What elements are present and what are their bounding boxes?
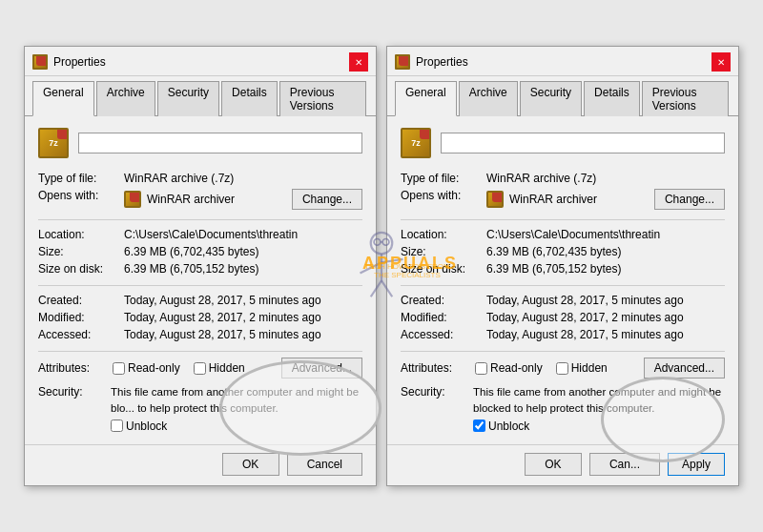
type-label: Type of file: — [401, 170, 486, 187]
right-unblock-checkbox[interactable] — [473, 419, 485, 432]
table-row: Modified: Today, August 28, 2017, 2 minu… — [401, 309, 725, 326]
right-filename-input[interactable] — [441, 133, 725, 153]
right-file-header: 7z — [401, 128, 725, 158]
left-divider-3 — [38, 351, 362, 352]
accessed-value: Today, August 28, 2017, 5 minutes ago — [486, 326, 725, 343]
modified-label: Modified: — [401, 309, 486, 326]
right-tab-previous-versions[interactable]: Previous Versions — [642, 81, 729, 116]
left-checkbox-group: Read-only Hidden Advanced... — [113, 358, 362, 379]
left-info-table-2: Location: C:\Users\Cale\Documents\threat… — [38, 226, 362, 277]
right-dates-table: Created: Today, August 28, 2017, 5 minut… — [401, 292, 725, 343]
left-tab-general[interactable]: General — [32, 81, 94, 116]
location-label: Location: — [401, 226, 486, 243]
table-row: Size: 6.39 MB (6,702,435 bytes) — [38, 243, 362, 260]
right-tab-general[interactable]: General — [395, 81, 457, 116]
left-security-label: Security: — [38, 384, 105, 399]
left-tab-details[interactable]: Details — [221, 81, 278, 116]
right-tab-archive[interactable]: Archive — [459, 81, 518, 116]
right-advanced-button[interactable]: Advanced... — [644, 358, 725, 379]
right-tab-security[interactable]: Security — [520, 81, 582, 116]
right-hidden-checkbox[interactable] — [556, 362, 568, 375]
accessed-label: Accessed: — [401, 326, 486, 343]
opens-label: Opens with: — [38, 187, 124, 212]
left-security-text: This file came from another computer and… — [111, 386, 359, 413]
left-hidden-item: Hidden — [194, 361, 245, 375]
table-row: Type of file: WinRAR archive (.7z) — [401, 170, 725, 187]
table-row: Size on disk: 6.39 MB (6,705,152 bytes) — [401, 260, 725, 277]
left-security-content: This file came from another computer and… — [111, 384, 362, 432]
modified-value: Today, August 28, 2017, 2 minutes ago — [124, 309, 362, 326]
left-rar-icon: 7z — [38, 128, 69, 158]
right-apply-button[interactable]: Apply — [668, 453, 725, 476]
left-cancel-button[interactable]: Cancel — [287, 453, 362, 476]
right-dialog: Properties ✕ General Archive Security De… — [386, 46, 739, 485]
size-label: Size: — [38, 243, 124, 260]
left-tab-archive[interactable]: Archive — [96, 81, 155, 116]
modified-value: Today, August 28, 2017, 2 minutes ago — [486, 309, 725, 326]
left-readonly-label: Read-only — [128, 361, 180, 375]
left-hidden-checkbox[interactable] — [194, 362, 206, 375]
right-readonly-label: Read-only — [490, 361, 543, 375]
left-ok-button[interactable]: OK — [222, 453, 279, 476]
modified-label: Modified: — [38, 309, 124, 326]
left-title-left: Properties — [32, 54, 106, 70]
right-readonly-checkbox[interactable] — [475, 362, 487, 375]
right-change-button[interactable]: Change... — [654, 189, 725, 210]
table-row: Opens with: WinRAR archiver Change... — [401, 187, 725, 212]
winrar-icon — [124, 191, 141, 208]
table-row: Accessed: Today, August 28, 2017, 5 minu… — [38, 326, 362, 343]
left-unblock-label: Unblock — [126, 419, 167, 433]
left-title-text: Properties — [53, 55, 106, 69]
right-content: 7z Type of file: WinRAR archive (.7z) Op… — [387, 116, 738, 443]
right-winrar-icon — [486, 191, 504, 208]
left-content: 7z Type of file: WinRAR archive (.7z) Op… — [25, 116, 376, 443]
left-tab-previous-versions[interactable]: Previous Versions — [279, 81, 366, 116]
right-attributes-row: Attributes: Read-only Hidden Advanced... — [401, 358, 725, 379]
size-disk-value: 6.39 MB (6,705,152 bytes) — [486, 260, 725, 277]
left-readonly-checkbox[interactable] — [113, 362, 125, 375]
created-label: Created: — [401, 292, 486, 309]
table-row: Location: C:\Users\Cale\Documents\threat… — [38, 226, 362, 243]
left-unblock-checkbox[interactable] — [111, 419, 123, 432]
dialogs-container: Properties ✕ General Archive Security De… — [24, 46, 739, 485]
left-close-button[interactable]: ✕ — [349, 52, 368, 72]
opens-value-cell: WinRAR archiver Change... — [486, 187, 725, 212]
left-info-table: Type of file: WinRAR archive (.7z) Opens… — [38, 170, 362, 212]
left-title-bar: Properties ✕ — [25, 47, 376, 76]
right-security-row: Security: This file came from another co… — [401, 384, 725, 432]
table-row: Location: C:\Users\Cale\Documents\threat… — [401, 226, 725, 243]
right-unblock-item: Unblock — [473, 419, 725, 433]
right-button-row: OK Can... Apply — [387, 444, 738, 485]
right-title-icon — [395, 54, 410, 70]
right-security-text: This file came from another computer and… — [473, 386, 721, 413]
right-info-table: Type of file: WinRAR archive (.7z) Opens… — [401, 170, 725, 212]
right-cancel-button[interactable]: Can... — [589, 453, 660, 476]
type-label: Type of file: — [38, 170, 124, 187]
left-dates-table: Created: Today, August 28, 2017, 5 minut… — [38, 292, 362, 343]
right-tab-details[interactable]: Details — [584, 81, 640, 116]
accessed-value: Today, August 28, 2017, 5 minutes ago — [124, 326, 362, 343]
left-divider-1 — [38, 219, 362, 220]
right-hidden-label: Hidden — [571, 361, 608, 375]
left-button-row: OK Cancel — [25, 444, 376, 485]
right-hidden-item: Hidden — [556, 361, 608, 375]
left-divider-2 — [38, 285, 362, 286]
right-title-bar: Properties ✕ — [387, 47, 738, 76]
left-readonly-item: Read-only — [113, 361, 180, 375]
created-value: Today, August 28, 2017, 5 minutes ago — [124, 292, 362, 309]
table-row: Size: 6.39 MB (6,702,435 bytes) — [401, 243, 725, 260]
right-title-left: Properties — [395, 54, 468, 70]
left-filename-input[interactable] — [78, 133, 362, 153]
left-title-icon — [32, 54, 48, 70]
right-close-button[interactable]: ✕ — [711, 52, 731, 72]
right-attributes-label: Attributes: — [401, 361, 467, 375]
left-change-button[interactable]: Change... — [292, 189, 362, 210]
left-advanced-button[interactable]: Advanced... — [281, 358, 362, 379]
left-tab-security[interactable]: Security — [157, 81, 219, 116]
size-disk-label: Size on disk: — [38, 260, 124, 277]
created-label: Created: — [38, 292, 124, 309]
right-divider-1 — [401, 219, 725, 220]
table-row: Accessed: Today, August 28, 2017, 5 minu… — [401, 326, 725, 343]
table-row: Modified: Today, August 28, 2017, 2 minu… — [38, 309, 362, 326]
right-ok-button[interactable]: OK — [525, 453, 582, 476]
